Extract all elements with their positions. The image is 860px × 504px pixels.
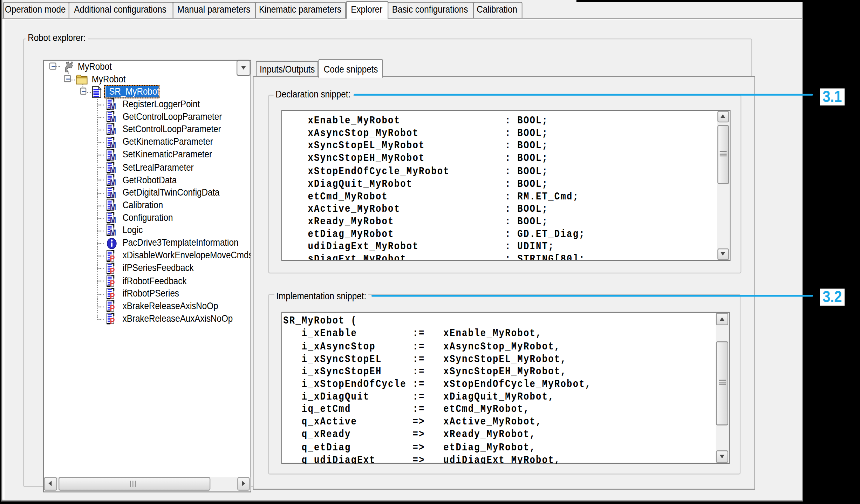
svg-text:P: P	[110, 253, 115, 261]
svg-text:M: M	[110, 215, 116, 224]
svg-text:M: M	[110, 228, 116, 236]
svg-text:P: P	[110, 278, 115, 287]
svg-text:M: M	[110, 190, 116, 198]
svg-text:M: M	[110, 102, 116, 110]
svg-text:M: M	[110, 165, 116, 173]
svg-text:M: M	[110, 152, 116, 161]
svg-text:M: M	[110, 177, 116, 186]
svg-text:P: P	[110, 304, 115, 312]
svg-text:P: P	[110, 266, 115, 274]
svg-text:M: M	[110, 139, 116, 148]
svg-text:P: P	[110, 316, 115, 325]
svg-text:M: M	[110, 203, 116, 211]
svg-text:M: M	[110, 114, 116, 123]
svg-text:M: M	[110, 127, 116, 135]
svg-text:P: P	[110, 291, 115, 299]
